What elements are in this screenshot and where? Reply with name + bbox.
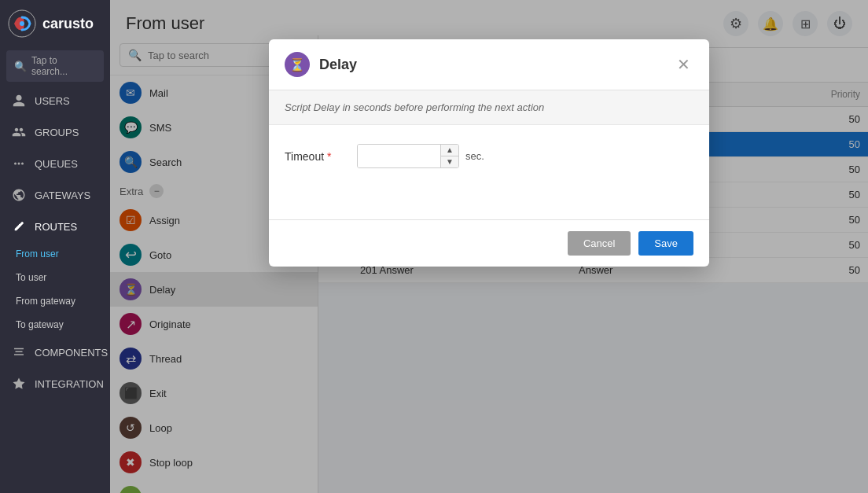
modal-footer: Cancel Save [269, 219, 709, 267]
timeout-input-wrapper: ▲ ▼ sec. [357, 144, 484, 168]
required-star: * [327, 150, 331, 163]
sidebar-search-placeholder: Tap to search... [31, 55, 96, 77]
cancel-button[interactable]: Cancel [568, 231, 631, 256]
from-user-label: From user [16, 248, 59, 259]
to-gateway-label: To gateway [16, 319, 64, 330]
spinner-down-button[interactable]: ▼ [441, 156, 458, 167]
sidebar-sub-from-user[interactable]: From user [0, 242, 110, 266]
timeout-label: Timeout * [285, 150, 348, 163]
app-name: carusto [42, 16, 94, 32]
sidebar-users-label: USERS [35, 95, 70, 107]
timeout-unit: sec. [465, 150, 484, 162]
sidebar-components-label: COMPONENTS [35, 347, 108, 359]
sidebar-item-groups[interactable]: GROUPS [0, 116, 110, 148]
logo-area: carusto [0, 0, 110, 47]
modal-title-icon: ⏳ [285, 52, 310, 77]
sidebar-item-components[interactable]: COMPONENTS [0, 337, 110, 368]
modal-title: Delay [319, 57, 664, 73]
timeout-input[interactable] [358, 145, 440, 167]
svg-point-1 [20, 21, 24, 26]
modal-overlay: ⏳ Delay ✕ Script Delay in seconds before… [110, 0, 868, 493]
delay-modal: ⏳ Delay ✕ Script Delay in seconds before… [269, 39, 709, 267]
spinner-buttons: ▲ ▼ [440, 145, 458, 167]
sidebar-search-bar[interactable]: 🔍 Tap to search... [6, 50, 104, 82]
sidebar-item-users[interactable]: USERS [0, 85, 110, 116]
timeout-form-row: Timeout * ▲ ▼ sec. [285, 144, 693, 168]
svg-point-3 [14, 163, 17, 165]
sidebar-item-integration[interactable]: INTEGRATION [0, 368, 110, 399]
sidebar: carusto 🔍 Tap to search... USERS GROUPS … [0, 0, 110, 493]
sidebar-routes-label: ROUTES [35, 221, 77, 233]
sidebar-gateways-label: GATEWAYS [35, 189, 90, 201]
modal-header: ⏳ Delay ✕ [269, 39, 709, 90]
svg-point-4 [21, 163, 24, 165]
svg-point-2 [18, 163, 20, 165]
sidebar-groups-label: GROUPS [35, 127, 79, 138]
timeout-spinner: ▲ ▼ [357, 144, 459, 168]
sidebar-search-icon: 🔍 [14, 61, 27, 72]
sidebar-sub-from-gateway[interactable]: From gateway [0, 289, 110, 313]
spinner-up-button[interactable]: ▲ [441, 145, 458, 156]
modal-close-button[interactable]: ✕ [674, 55, 693, 74]
sidebar-item-routes[interactable]: ROUTES [0, 211, 110, 242]
modal-body: Timeout * ▲ ▼ sec. [269, 125, 709, 219]
sidebar-integration-label: INTEGRATION [35, 378, 104, 390]
from-gateway-label: From gateway [16, 296, 75, 307]
sidebar-sub-to-gateway[interactable]: To gateway [0, 313, 110, 337]
main-content: From user ⚙ 🔔 ⊞ ⏻ ✏ − ✕ Priority Enabled… [110, 0, 868, 493]
components-icon [11, 344, 27, 360]
modal-description: Script Delay in seconds before performin… [269, 90, 709, 125]
queues-icon [11, 156, 27, 171]
sidebar-queues-label: QUEUES [35, 158, 78, 170]
carusto-logo-icon [8, 9, 36, 38]
to-user-label: To user [16, 272, 46, 283]
users-icon [11, 93, 27, 109]
sidebar-item-queues[interactable]: QUEUES [0, 148, 110, 179]
groups-icon [11, 124, 27, 140]
sidebar-sub-to-user[interactable]: To user [0, 266, 110, 289]
sidebar-item-gateways[interactable]: GATEWAYS [0, 179, 110, 211]
sidebar-navigation: USERS GROUPS QUEUES GATEWAYS ROUTES [0, 85, 110, 493]
integration-icon [11, 376, 27, 392]
save-button[interactable]: Save [638, 231, 693, 256]
gateways-icon [11, 187, 27, 203]
routes-icon [11, 219, 27, 234]
